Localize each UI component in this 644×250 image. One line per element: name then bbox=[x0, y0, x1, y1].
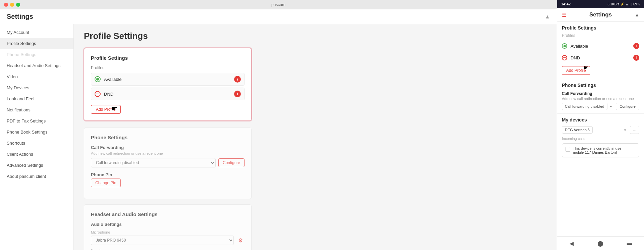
rp-available-name: Available bbox=[571, 44, 633, 49]
header-chevron-icon: ▲ bbox=[545, 14, 550, 20]
wifi-icon: ▲ bbox=[625, 2, 629, 6]
rp-device-in-use-text: This device is currently in use bbox=[573, 146, 621, 150]
rp-profile-settings-header: Profile Settings bbox=[557, 22, 644, 33]
call-forwarding-row: Call forwarding disabled Configure bbox=[91, 158, 245, 167]
sidebar-item-phone-settings[interactable]: Phone Settings bbox=[0, 49, 73, 60]
change-pin-button[interactable]: Change Pin bbox=[91, 179, 121, 187]
microphone-select-row: Jabra PRO 9450 ⚙ bbox=[91, 236, 245, 245]
rp-devices-header: My devices bbox=[557, 113, 644, 124]
call-forwarding-title: Call Forwarding bbox=[91, 145, 245, 150]
rp-profiles-label: Profiles bbox=[557, 33, 644, 40]
speaker-label: Speaker bbox=[91, 248, 245, 250]
profiles-label: Profiles bbox=[91, 65, 245, 70]
dnd-icon bbox=[95, 91, 101, 97]
phone-pin-section: Phone Pin Change Pin bbox=[91, 172, 245, 187]
minimize-button[interactable] bbox=[10, 3, 14, 7]
profile-dnd-item[interactable]: DND i bbox=[91, 88, 245, 100]
rp-call-forwarding-row: Call forwarding disabled Configure bbox=[562, 103, 639, 110]
phone-settings-card: Phone Settings Call Forwarding Add new c… bbox=[84, 128, 252, 199]
call-forwarding-section: Call Forwarding Add new call redirection… bbox=[91, 145, 245, 167]
rp-available-icon bbox=[562, 43, 567, 49]
configure-button[interactable]: Configure bbox=[218, 158, 245, 167]
rp-configure-button[interactable]: Configure bbox=[616, 103, 639, 110]
profile-available-item[interactable]: Available i bbox=[91, 73, 245, 86]
rp-dnd-info-button[interactable]: i bbox=[633, 55, 639, 61]
network-speed: 3.1KB/s bbox=[607, 2, 619, 6]
rp-phone-settings-header: Phone Settings bbox=[557, 79, 644, 90]
rp-device-checkbox[interactable] bbox=[566, 147, 570, 152]
profile-settings-card: Profile Settings Profiles Available i DN… bbox=[84, 48, 252, 121]
window-title: pascum bbox=[271, 2, 285, 7]
rp-add-profile-container: Add Profile ☛ bbox=[557, 63, 644, 79]
microphone-label: Microphone bbox=[91, 230, 245, 234]
dnd-info-button[interactable]: i bbox=[234, 91, 241, 97]
phone-pin-title: Phone Pin bbox=[91, 172, 245, 177]
app-content: My Account Profile Settings Phone Settin… bbox=[0, 24, 557, 250]
rp-nav-back-button[interactable]: ◀ bbox=[567, 239, 576, 248]
rp-device-more-button[interactable]: ··· bbox=[630, 126, 639, 134]
rp-call-forwarding-section: Call Forwarding Add new call redirection… bbox=[557, 90, 644, 113]
sidebar-item-about[interactable]: About pascum client bbox=[0, 171, 73, 182]
sidebar-item-profile-settings[interactable]: Profile Settings bbox=[0, 38, 73, 49]
app-header: Settings ▲ bbox=[0, 9, 557, 24]
rp-profile-available[interactable]: Available i bbox=[557, 40, 644, 52]
rp-device-banner: This device is currently in use mobile 1… bbox=[562, 143, 639, 157]
dnd-profile-name: DND bbox=[104, 92, 234, 97]
bluetooth-icon: ⚡ bbox=[620, 2, 624, 6]
rp-nav-home-button[interactable]: ⬤ bbox=[596, 239, 605, 248]
available-info-button[interactable]: i bbox=[234, 76, 241, 83]
available-profile-name: Available bbox=[104, 77, 234, 82]
sidebar-item-my-account[interactable]: My Account bbox=[0, 27, 73, 38]
sidebar-item-client-actions[interactable]: Client Actions bbox=[0, 149, 73, 160]
phone-card-title: Phone Settings bbox=[91, 135, 245, 140]
rp-call-forwarding-title: Call Forwarding bbox=[562, 91, 639, 96]
battery-level: 69% bbox=[633, 2, 640, 6]
signal-icon: ||| bbox=[630, 2, 632, 6]
microphone-select[interactable]: Jabra PRO 9450 bbox=[91, 236, 234, 245]
rp-device-mobile-name: mobile 117 [James Barton] bbox=[573, 150, 621, 154]
traffic-lights bbox=[4, 3, 20, 7]
status-icons: 3.1KB/s ⚡ ▲ ||| 69% bbox=[607, 2, 640, 6]
sidebar-item-video[interactable]: Video bbox=[0, 71, 73, 82]
menu-icon[interactable]: ☰ bbox=[562, 12, 567, 18]
rp-chevron-icon[interactable]: ▲ bbox=[635, 12, 639, 17]
sidebar-item-shortcuts[interactable]: Shortcuts bbox=[0, 138, 73, 149]
sidebar-item-headset-audio[interactable]: Headset and Audio Settings bbox=[0, 60, 73, 71]
rp-available-info-button[interactable]: i bbox=[633, 43, 639, 49]
rp-add-profile-button[interactable]: Add Profile bbox=[562, 66, 590, 75]
rp-bottom-nav: ◀ ⬤ ▬ bbox=[557, 236, 644, 250]
rp-device-select[interactable]: DEG Vertrieb 3 bbox=[562, 126, 593, 134]
sidebar: My Account Profile Settings Phone Settin… bbox=[0, 24, 74, 250]
rp-content: Profile Settings Profiles Available i DN… bbox=[557, 22, 644, 236]
rp-profile-dnd[interactable]: DND i bbox=[557, 52, 644, 63]
rp-dnd-name: DND bbox=[571, 55, 633, 60]
status-bar: 14:42 3.1KB/s ⚡ ▲ ||| 69% bbox=[557, 0, 644, 8]
rp-incoming-label: Incoming calls bbox=[557, 136, 644, 142]
rp-device-select-row: DEG Vertrieb 3 ··· bbox=[562, 126, 639, 134]
rp-select-wrapper: Call forwarding disabled bbox=[562, 103, 614, 110]
rp-call-forwarding-desc: Add new call redirection or use a recent… bbox=[562, 97, 639, 101]
sidebar-item-my-devices[interactable]: My Devices bbox=[0, 82, 73, 93]
app-title: Settings bbox=[7, 13, 33, 20]
headset-audio-card: Headset and Audio Settings Audio Setting… bbox=[84, 204, 252, 250]
sidebar-item-pdf-fax[interactable]: PDF to Fax Settings bbox=[0, 115, 73, 127]
rp-device-row: DEG Vertrieb 3 ··· bbox=[557, 124, 644, 136]
close-button[interactable] bbox=[4, 3, 8, 7]
sidebar-item-look-feel[interactable]: Look and Feel bbox=[0, 93, 73, 104]
microphone-settings-icon[interactable]: ⚙ bbox=[236, 236, 245, 244]
microphone-row: Microphone Jabra PRO 9450 ⚙ bbox=[91, 230, 245, 245]
profile-card-title: Profile Settings bbox=[91, 55, 245, 61]
sidebar-item-phone-book[interactable]: Phone Book Settings bbox=[0, 127, 73, 138]
right-panel: 14:42 3.1KB/s ⚡ ▲ ||| 69% ☰ Settings ▲ P… bbox=[557, 0, 644, 250]
title-bar: pascum bbox=[0, 0, 557, 9]
sidebar-item-advanced[interactable]: Advanced Settings bbox=[0, 160, 73, 171]
maximize-button[interactable] bbox=[16, 3, 20, 7]
call-forwarding-select[interactable]: Call forwarding disabled bbox=[91, 158, 216, 167]
call-forwarding-desc: Add new call redirection or use a recent… bbox=[91, 151, 245, 155]
sidebar-item-notifications[interactable]: Notifications bbox=[0, 104, 73, 115]
available-icon bbox=[95, 76, 101, 82]
add-profile-button[interactable]: Add Profile bbox=[91, 105, 121, 114]
rp-call-forwarding-select[interactable]: Call forwarding disabled bbox=[562, 103, 607, 110]
page-title: Profile Settings bbox=[84, 31, 547, 41]
rp-nav-recent-button[interactable]: ▬ bbox=[625, 239, 634, 248]
